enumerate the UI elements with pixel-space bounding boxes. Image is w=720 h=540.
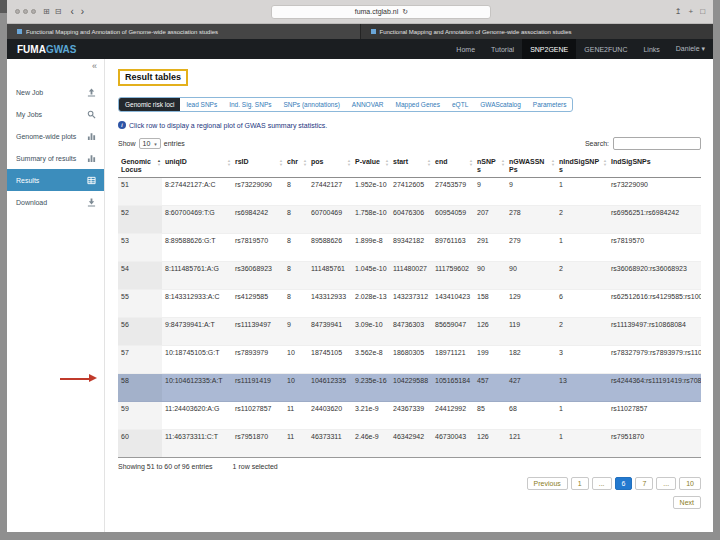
logo-fuma-text: FUMA [17, 44, 46, 55]
nav-item-snp2gene[interactable]: SNP2GENE [522, 39, 576, 59]
table-cell: 143237312 [390, 289, 432, 317]
pagination-7[interactable]: 7 [635, 477, 653, 490]
table-cell: rs4129585 [232, 289, 284, 317]
nav-item-daniele[interactable]: Daniele ▾ [668, 39, 713, 59]
table-row[interactable]: 6011:46373311:C:Trs795187011463733112.46… [118, 429, 701, 457]
table-row[interactable]: 518:27442127:A:Crs732290908274421271.952… [118, 177, 701, 205]
table-cell: 68 [506, 401, 556, 429]
result-tab-genomic-risk-loci[interactable]: Genomic risk loci [119, 98, 180, 111]
table-cell: 51 [118, 177, 162, 205]
window-control-dot[interactable] [23, 9, 28, 14]
pagination-ellipsis: ... [592, 477, 612, 490]
table-row[interactable]: 5911:24403620:A:Grs1102785711244036203.2… [118, 401, 701, 429]
table-row-selected[interactable]: 5810:104612335:A:Trs11191419101046123359… [118, 373, 701, 401]
forward-button[interactable]: › [81, 7, 84, 17]
nav-item-home[interactable]: Home [448, 39, 483, 59]
result-tab-gwascatalog[interactable]: GWAScatalog [474, 98, 527, 111]
browser-tab[interactable]: Functional Mapping and Annotation of Gen… [7, 24, 360, 39]
result-tab-parameters[interactable]: Parameters [527, 98, 573, 111]
result-tab-annovar[interactable]: ANNOVAR [346, 98, 390, 111]
table-cell: 8 [284, 261, 308, 289]
result-tab-mapped-genes[interactable]: Mapped Genes [390, 98, 446, 111]
table-row[interactable]: 5710:18745105:G:Trs789397910187451053.56… [118, 345, 701, 373]
sidebar-item-new-job[interactable]: New Job [7, 81, 104, 103]
table-cell: 143410423 [432, 289, 474, 317]
sidebar-collapse-button[interactable]: « [92, 61, 97, 71]
window-controls[interactable] [15, 9, 36, 14]
column-header-ngwassnps[interactable]: nGWASSNPs▲▼ [506, 156, 556, 177]
column-header-uniqid[interactable]: uniqID▲▼ [162, 156, 232, 177]
sidebar-item-genome-wide-plots[interactable]: Genome-wide plots [7, 125, 104, 147]
table-cell: 119 [506, 317, 556, 345]
result-tab-eqtl[interactable]: eQTL [446, 98, 474, 111]
column-header-rsid[interactable]: rsID▲▼ [232, 156, 284, 177]
page-length-select[interactable]: 10 ▾ [139, 138, 161, 149]
sidebar-item-label: My Jobs [16, 111, 42, 118]
sidebar-toggle-icon[interactable]: ⊟ [55, 8, 62, 16]
url-bar[interactable]: fuma.ctglab.nl ↻ [271, 5, 491, 19]
share-button[interactable]: ↥ [675, 8, 682, 16]
nav-item-tutorial[interactable]: Tutorial [483, 39, 522, 59]
sidebar-item-summary-of-results[interactable]: Summary of results [7, 147, 104, 169]
window-control-dot[interactable] [31, 9, 36, 14]
page-body: « New JobMy JobsGenome-wide plotsSummary… [7, 59, 713, 532]
pagination-6[interactable]: 6 [615, 477, 633, 490]
table-cell: 85 [474, 401, 506, 429]
column-header-indsigsnps[interactable]: IndSigSNPs▲▼ [608, 156, 701, 177]
sidebar: « New JobMy JobsGenome-wide plotsSummary… [7, 59, 105, 532]
result-tab-snps-annotations[interactable]: SNPs (annotations) [277, 98, 345, 111]
new-tab-button[interactable]: + [688, 8, 693, 16]
search-input[interactable] [613, 137, 701, 150]
column-header-end[interactable]: end▲▼ [432, 156, 474, 177]
table-row[interactable]: 569:84739941:A:Trs111394979847399413.09e… [118, 317, 701, 345]
column-header-pos[interactable]: pos▲▼ [308, 156, 352, 177]
reload-icon[interactable]: ↻ [402, 8, 408, 16]
table-cell: 27442127 [308, 177, 352, 205]
nav-item-links[interactable]: Links [635, 39, 667, 59]
sidebar-item-download[interactable]: Download [7, 191, 104, 213]
table-row[interactable]: 538:89588626:G:Trs78195708895886261.899e… [118, 233, 701, 261]
table-row[interactable]: 528:60700469:T:Grs69842428607004691.758e… [118, 205, 701, 233]
browser-tabstrip: Functional Mapping and Annotation of Gen… [7, 24, 713, 39]
window-control-dot[interactable] [15, 9, 20, 14]
pagination-next[interactable]: Next [673, 496, 701, 509]
sidebar-item-results[interactable]: Results [7, 169, 104, 191]
pagination-1[interactable]: 1 [571, 477, 589, 490]
result-tab-lead-snps[interactable]: lead SNPs [180, 98, 223, 111]
table-row[interactable]: 558:143312933:A:Crs412958581433129332.02… [118, 289, 701, 317]
table-cell: 85659047 [432, 317, 474, 345]
show-label: Show [118, 140, 136, 147]
nav-item-gene2func[interactable]: GENE2FUNC [576, 39, 635, 59]
sidebar-item-my-jobs[interactable]: My Jobs [7, 103, 104, 125]
column-header-start[interactable]: start▲▼ [390, 156, 432, 177]
table-cell: rs7819570 [608, 233, 701, 261]
table-cell: 3.562e-8 [352, 345, 390, 373]
table-cell: 1.045e-10 [352, 261, 390, 289]
fuma-logo[interactable]: FUMAGWAS [17, 44, 76, 55]
table-row[interactable]: 548:111485761:A:Grs3606892381114857611.0… [118, 261, 701, 289]
sort-icon: ▲▼ [227, 159, 231, 167]
selected-rows-info: 1 row selected [233, 463, 278, 470]
table-cell: 3 [556, 345, 608, 373]
result-tab-ind-sig-snps[interactable]: Ind. Sig. SNPs [223, 98, 277, 111]
column-header-p-value[interactable]: P-value▲▼ [352, 156, 390, 177]
column-header-nsnps[interactable]: nSNPs▲▼ [474, 156, 506, 177]
table-cell: 58 [118, 373, 162, 401]
pagination-previous[interactable]: Previous [527, 477, 568, 490]
browser-tab[interactable]: Functional Mapping and Annotation of Gen… [360, 24, 714, 39]
table-cell: 3.21e-9 [352, 401, 390, 429]
main-content: Result tables Genomic risk locilead SNPs… [105, 59, 713, 532]
pagination-10[interactable]: 10 [679, 477, 701, 490]
column-header-nindsigsnps[interactable]: nIndSigSNPs▲▼ [556, 156, 608, 177]
table-cell: 53 [118, 233, 162, 261]
sort-icon: ▲▼ [551, 159, 555, 167]
copy-tabs-button[interactable]: □ [700, 8, 705, 16]
back-button[interactable]: ‹ [70, 7, 73, 17]
tab-overview-icon[interactable]: ⊞ [43, 8, 50, 16]
table-cell: 9 [474, 177, 506, 205]
column-header-chr[interactable]: chr▲▼ [284, 156, 308, 177]
column-header-genomic-locus[interactable]: Genomic Locus▲▼ [118, 156, 162, 177]
table-cell: 129 [506, 289, 556, 317]
table-controls: Show 10 ▾ entries Search: [118, 137, 701, 150]
table-cell: rs7819570 [232, 233, 284, 261]
